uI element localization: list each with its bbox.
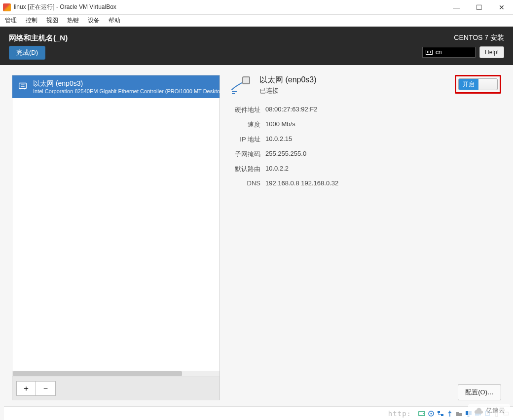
vm-status-bar: http: [4,406,513,420]
selected-interface-title: 以太网 (enp0s3) [259,75,317,85]
value-hw: 08:00:27:63:92:F2 [265,105,501,114]
shared-folder-icon[interactable] [455,410,463,418]
interface-details: 以太网 (enp0s3) 已连接 开启 硬件地址 08:00:27:63:92:… [229,75,501,400]
installer-header: 网络和主机名(_N) 完成(D) CENTOS 7 安装 cn Help! [0,27,513,65]
menu-manage[interactable]: 管理 [5,16,17,25]
value-ip: 10.0.2.15 [265,135,501,144]
done-button[interactable]: 完成(D) [9,46,45,60]
interface-list-item[interactable]: 以太网 (enp0s3) Intel Corporation 82540EM G… [12,75,220,98]
menu-hotkeys[interactable]: 热键 [67,16,79,25]
interface-list[interactable]: 以太网 (enp0s3) Intel Corporation 82540EM G… [12,75,220,371]
svg-point-3 [423,413,424,414]
page-title: 网络和主机名(_N) [9,34,68,43]
menu-help[interactable]: 帮助 [109,16,120,25]
configure-button[interactable]: 配置(O)… [458,385,501,400]
details-grid: 硬件地址 08:00:27:63:92:F2 速度 1000 Mb/s IP 地… [229,105,501,187]
keyboard-icon [426,50,433,55]
label-hw: 硬件地址 [229,105,260,114]
svg-rect-1 [243,77,250,84]
close-button[interactable]: ✕ [490,0,513,15]
content-area: 以太网 (enp0s3) Intel Corporation 82540EM G… [0,65,513,405]
toggle-knob [478,79,497,90]
maximize-button[interactable]: ☐ [468,0,490,15]
svg-rect-2 [419,412,425,416]
label-ip: IP 地址 [229,135,260,144]
interface-name: 以太网 (enp0s3) [33,79,220,88]
window-title: linux [正在运行] - Oracle VM VirtualBox [14,3,445,11]
label-mask: 子网掩码 [229,150,260,159]
interface-list-footer: ＋ − [12,377,220,400]
svg-point-5 [431,413,432,414]
virtualbox-logo-icon [3,3,11,11]
menu-control[interactable]: 控制 [26,16,37,25]
svg-rect-0 [19,83,27,89]
value-speed: 1000 Mb/s [265,120,501,129]
http-watermark: http: [388,410,411,418]
watermark-badge: 亿速云 [468,404,510,417]
ethernet-icon [17,79,28,92]
add-interface-button[interactable]: ＋ [16,381,36,396]
watermark-text: 亿速云 [486,406,505,415]
label-speed: 速度 [229,120,260,129]
label-dns: DNS [229,179,260,187]
value-gw: 10.0.2.2 [265,165,501,174]
horizontal-scrollbar[interactable] [12,371,220,377]
scrollbar-thumb[interactable] [13,371,182,376]
connection-toggle[interactable]: 开启 [458,78,498,90]
help-button[interactable]: Help! [479,46,504,58]
window-controls: — ☐ ✕ [445,0,513,15]
toggle-highlight-box: 开启 [455,75,501,94]
minimize-button[interactable]: — [445,0,468,15]
toggle-on-label: 开启 [459,79,478,90]
menu-devices[interactable]: 设备 [88,16,100,25]
window-titlebar: linux [正在运行] - Oracle VM VirtualBox — ☐ … [0,0,513,15]
remove-interface-button[interactable]: − [36,381,56,396]
value-mask: 255.255.255.0 [265,150,501,159]
distro-label: CENTOS 7 安装 [454,34,504,42]
hdd-icon[interactable] [418,410,426,418]
usb-icon[interactable] [446,410,454,418]
label-gw: 默认路由 [229,165,260,174]
network-status-icon[interactable] [437,410,444,418]
svg-rect-6 [438,411,440,413]
keyboard-layout-text: cn [436,49,442,56]
menu-view[interactable]: 视图 [46,16,58,25]
interface-panel: 以太网 (enp0s3) Intel Corporation 82540EM G… [12,75,220,400]
optical-icon[interactable] [427,410,435,418]
value-dns: 192.168.0.8 192.168.0.32 [265,179,501,187]
selected-interface-status: 已连接 [259,86,317,95]
ethernet-large-icon [229,75,253,99]
keyboard-layout-indicator[interactable]: cn [422,47,476,58]
interface-description: Intel Corporation 82540EM Gigabit Ethern… [33,88,220,94]
menu-bar: 管理 控制 视图 热键 设备 帮助 [0,15,513,27]
